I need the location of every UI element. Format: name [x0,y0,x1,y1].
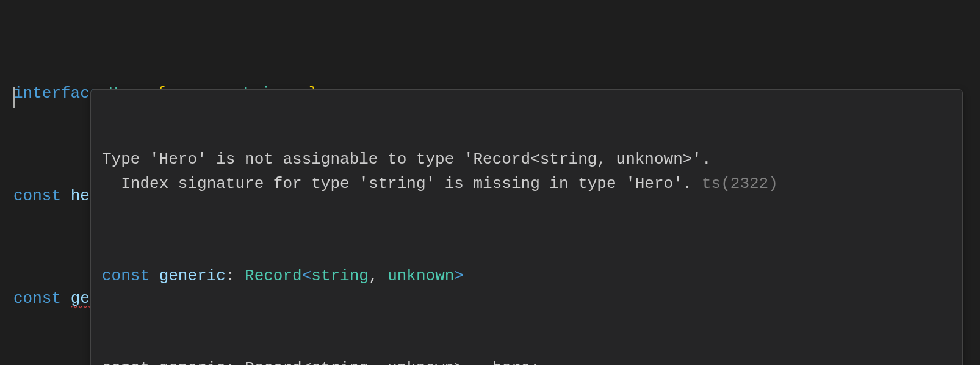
var-generic: generic [159,267,226,285]
hover-tooltip[interactable]: Type 'Hero' is not assignable to type 'R… [90,89,963,365]
hover-decl-section: const generic: Record<string, unknown> [91,255,962,298]
error-code: ts(2322) [702,175,778,193]
code-editor[interactable]: interface Hero { name: string; } const h… [0,0,980,365]
error-message-line1: Type 'Hero' is not assignable to type 'R… [102,150,712,168]
hover-source-section: const generic: Record<string, unknown> =… [91,347,962,365]
keyword-const: const [102,267,150,285]
angle-close: > [454,267,464,285]
source-line: const generic: Record<string, unknown> =… [102,359,540,365]
comma: , [369,267,378,285]
cursor [13,87,15,108]
keyword-const: const [13,289,61,308]
keyword-interface: interface [13,84,99,103]
hover-error-section: Type 'Hero' is not assignable to type 'R… [91,139,962,206]
type-record: Record [245,267,302,285]
error-message-line2: Index signature for type 'string' is mis… [102,175,692,193]
angle-open: < [302,267,312,285]
keyword-const: const [13,187,61,205]
type-unknown: unknown [387,267,454,285]
type-string: string [311,267,369,285]
colon: : [226,267,236,285]
